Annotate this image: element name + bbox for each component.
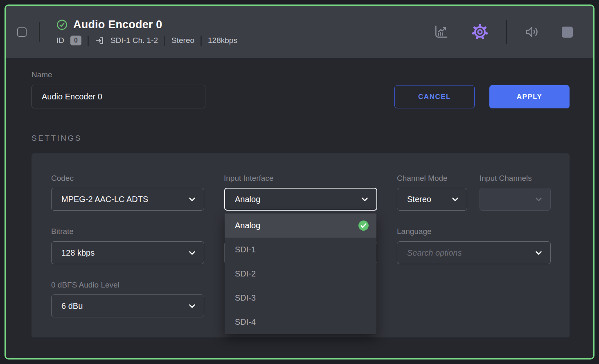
input-interface-label: Input Interface [224, 174, 273, 183]
select-checkbox[interactable] [17, 27, 27, 37]
speaker-icon [524, 25, 540, 39]
bitrate-select[interactable]: 128 kbps [51, 241, 204, 264]
codec-label: Codec [51, 174, 74, 183]
header: Audio Encoder 0 ID 0 SDI-1 Ch. 1-2 [6, 6, 593, 58]
bitrate-label: Bitrate [51, 227, 74, 236]
audio-level-select[interactable]: 6 dBu [51, 294, 204, 317]
selected-check-icon [358, 220, 369, 231]
encoder-card: Audio Encoder 0 ID 0 SDI-1 Ch. 1-2 [5, 4, 594, 360]
chevron-down-icon [188, 249, 196, 257]
input-interface-dropdown-menu: Analog SDI-1 SDI-2 SDI-3 [225, 213, 376, 334]
header-divider [39, 22, 40, 42]
input-channels-label: Input Channels [480, 174, 532, 183]
meta-separator [88, 36, 89, 46]
encoder-meta: ID 0 SDI-1 Ch. 1-2 Stereo 128kbps [56, 36, 237, 46]
language-search-input[interactable] [407, 248, 535, 258]
chart-icon [433, 24, 449, 40]
id-badge: 0 [70, 36, 81, 45]
codec-value: MPEG-2 AAC-LC ADTS [61, 195, 148, 204]
name-label: Name [32, 70, 205, 79]
channel-mode-select[interactable]: Stereo [397, 188, 467, 211]
chevron-down-icon [451, 195, 459, 203]
meta-channel-mode: Stereo [171, 36, 194, 45]
bitrate-value: 128 kbps [61, 248, 95, 258]
stop-button[interactable] [562, 27, 573, 38]
audio-level-label: 0 dBFS Audio Level [51, 281, 119, 290]
input-interface-select[interactable]: Analog [224, 188, 377, 211]
status-check-circle-icon [56, 19, 68, 30]
chevron-down-icon [535, 249, 543, 257]
dropdown-option-analog[interactable]: Analog [225, 213, 376, 238]
dropdown-option-sdi-3[interactable]: SDI-3 [225, 286, 376, 310]
apply-button[interactable]: APPLY [489, 85, 570, 108]
audio-monitor-button[interactable] [524, 25, 540, 39]
dropdown-option-sdi-4[interactable]: SDI-4 [225, 310, 376, 334]
audio-level-value: 6 dBu [61, 301, 83, 311]
option-label: Analog [235, 221, 260, 230]
meta-separator [200, 36, 202, 46]
chevron-down-icon [535, 195, 543, 203]
dropdown-option-sdi-2[interactable]: SDI-2 [225, 262, 376, 286]
meta-source: SDI-1 Ch. 1-2 [110, 36, 158, 45]
dropdown-option-sdi-1[interactable]: SDI-1 [225, 238, 376, 262]
option-label: SDI-1 [235, 245, 256, 254]
codec-select[interactable]: MPEG-2 AAC-LC ADTS [51, 188, 204, 211]
settings-section-title: SETTINGS [32, 134, 570, 143]
chevron-down-icon [361, 195, 369, 203]
input-source-icon [95, 36, 104, 45]
channel-mode-label: Channel Mode [397, 174, 448, 183]
cancel-button[interactable]: CANCEL [394, 85, 475, 108]
channel-mode-value: Stereo [407, 195, 431, 204]
input-channels-select [480, 188, 551, 211]
meta-separator [164, 36, 165, 46]
settings-panel: Codec MPEG-2 AAC-LC ADTS Input Interface… [32, 153, 570, 337]
option-label: SDI-4 [235, 317, 256, 327]
meta-bitrate: 128kbps [208, 36, 237, 45]
input-interface-value: Analog [235, 195, 260, 204]
language-label: Language [397, 227, 432, 236]
chevron-down-icon [188, 302, 196, 310]
stop-square-icon [562, 27, 573, 38]
id-label: ID [56, 36, 64, 45]
settings-gear-button[interactable] [471, 23, 489, 41]
stats-chart-button[interactable] [433, 24, 449, 40]
option-label: SDI-2 [235, 269, 256, 279]
language-combobox[interactable] [397, 241, 551, 264]
chevron-down-icon [188, 195, 196, 203]
name-input[interactable] [32, 85, 205, 108]
option-label: SDI-3 [235, 293, 256, 303]
toolbar-divider [506, 20, 507, 44]
gear-icon [471, 23, 489, 41]
page-title: Audio Encoder 0 [73, 18, 162, 31]
